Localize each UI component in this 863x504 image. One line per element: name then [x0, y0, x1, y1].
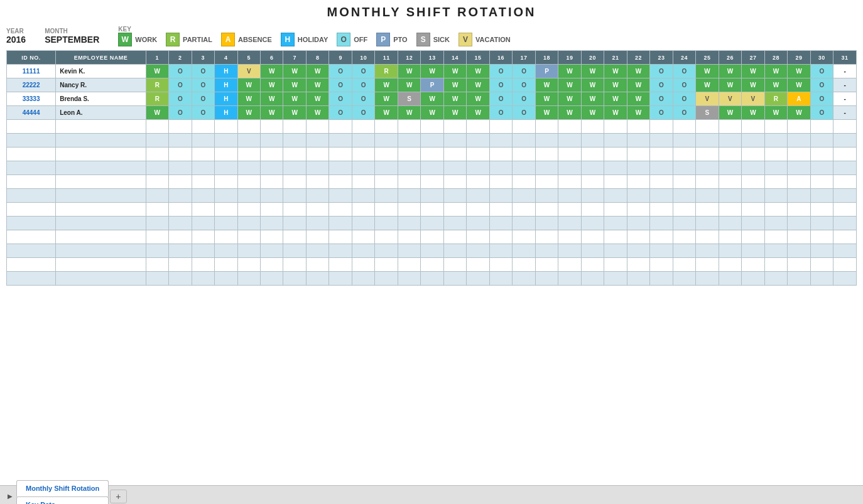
cell-day-empty: [810, 175, 833, 189]
cell-day-22: W: [627, 106, 649, 120]
cell-day-empty: [261, 203, 283, 217]
cell-day-empty: [306, 217, 328, 230]
cell-day-empty: [215, 189, 237, 203]
cell-day-empty: [742, 244, 764, 258]
cell-day-empty: [558, 120, 581, 134]
cell-day-empty: [352, 244, 374, 258]
cell-day-empty: [375, 175, 398, 189]
cell-day-empty: [467, 175, 489, 189]
cell-day-empty: [443, 147, 466, 161]
cell-day-empty: [237, 175, 260, 189]
cell-day-empty: [467, 244, 489, 258]
cell-day-empty: [352, 230, 374, 244]
cell-day-empty: [696, 189, 719, 203]
cell-day-empty: [810, 244, 833, 258]
cell-day-15: W: [467, 92, 489, 106]
cell-day-empty: [627, 189, 649, 203]
cell-day-empty: [283, 147, 306, 161]
cell-day-empty: [558, 272, 581, 286]
table-row: 22222Nancy R.ROOHWWWWOOWWPWWOOWWWWWOOWWW…: [7, 78, 857, 92]
cell-day-empty: [581, 217, 604, 230]
cell-day-empty: [443, 203, 466, 217]
col-header-day-17: 17: [513, 51, 535, 65]
cell-day-22: W: [627, 78, 649, 92]
cell-day-empty: [489, 203, 512, 217]
cell-day-10: O: [352, 65, 374, 78]
cell-day-18: P: [535, 65, 558, 78]
cell-name-empty: [56, 230, 146, 244]
cell-day-empty: [650, 258, 673, 272]
tab-key-data[interactable]: Key Data: [16, 496, 109, 505]
cell-day-empty: [352, 161, 374, 175]
cell-day-empty: [719, 203, 741, 217]
cell-day-empty: [306, 134, 328, 147]
cell-day-7: W: [283, 78, 306, 92]
cell-day-empty: [673, 217, 695, 230]
cell-day-empty: [788, 230, 810, 244]
cell-day-empty: [764, 272, 787, 286]
cell-day-20: W: [581, 78, 604, 92]
cell-day-empty: [558, 217, 581, 230]
cell-day-empty: [215, 161, 237, 175]
cell-day-16: O: [489, 92, 512, 106]
cell-day-empty: [742, 175, 764, 189]
cell-day-empty: [788, 272, 810, 286]
cell-day-empty: [535, 230, 558, 244]
cell-day-empty: [581, 175, 604, 189]
cell-day-empty: [696, 175, 719, 189]
cell-day-empty: [764, 120, 787, 134]
cell-day-empty: [192, 134, 214, 147]
cell-day-empty: [489, 175, 512, 189]
cell-day-empty: [764, 189, 787, 203]
cell-day-empty: [215, 175, 237, 189]
cell-day-empty: [237, 217, 260, 230]
cell-day-empty: [443, 161, 466, 175]
tab-scroll-left[interactable]: ▶: [5, 491, 15, 501]
cell-day-26: W: [719, 78, 741, 92]
cell-id-empty: [7, 217, 56, 230]
cell-day-empty: [604, 230, 627, 244]
cell-day-24: O: [673, 78, 695, 92]
add-tab-button[interactable]: +: [110, 490, 126, 503]
cell-day-empty: [398, 203, 420, 217]
cell-id-empty: [7, 203, 56, 217]
cell-day-empty: [352, 134, 374, 147]
cell-day-empty: [673, 230, 695, 244]
cell-day-empty: [215, 134, 237, 147]
cell-day-empty: [833, 230, 857, 244]
cell-day-16: O: [489, 106, 512, 120]
cell-day-empty: [810, 147, 833, 161]
cell-day-empty: [513, 203, 535, 217]
cell-day-empty: [810, 134, 833, 147]
cell-day-6: W: [261, 65, 283, 78]
cell-day-empty: [169, 244, 192, 258]
cell-day-empty: [329, 175, 352, 189]
cell-day-empty: [535, 120, 558, 134]
cell-day-empty: [719, 161, 741, 175]
cell-id-empty: [7, 134, 56, 147]
cell-day-empty: [513, 134, 535, 147]
tab-monthly-shift-rotation[interactable]: Monthly Shift Rotation: [16, 480, 109, 496]
cell-day-empty: [673, 147, 695, 161]
cell-id-empty: [7, 230, 56, 244]
cell-day-empty: [742, 203, 764, 217]
cell-day-empty: [306, 175, 328, 189]
table-row: [7, 120, 857, 134]
cell-day-empty: [352, 272, 374, 286]
cell-day-empty: [146, 272, 168, 286]
cell-day-empty: [352, 120, 374, 134]
cell-day-2: O: [169, 92, 192, 106]
cell-name: Nancy R.: [56, 78, 146, 92]
cell-day-empty: [467, 134, 489, 147]
cell-day-empty: [421, 189, 443, 203]
cell-day-empty: [673, 272, 695, 286]
cell-day-empty: [489, 230, 512, 244]
cell-day-13: W: [421, 65, 443, 78]
cell-day-empty: [398, 134, 420, 147]
cell-day-empty: [696, 230, 719, 244]
col-header-day-12: 12: [398, 51, 420, 65]
cell-day-empty: [169, 258, 192, 272]
cell-day-3: O: [192, 92, 214, 106]
cell-day-empty: [742, 134, 764, 147]
cell-day-empty: [558, 244, 581, 258]
